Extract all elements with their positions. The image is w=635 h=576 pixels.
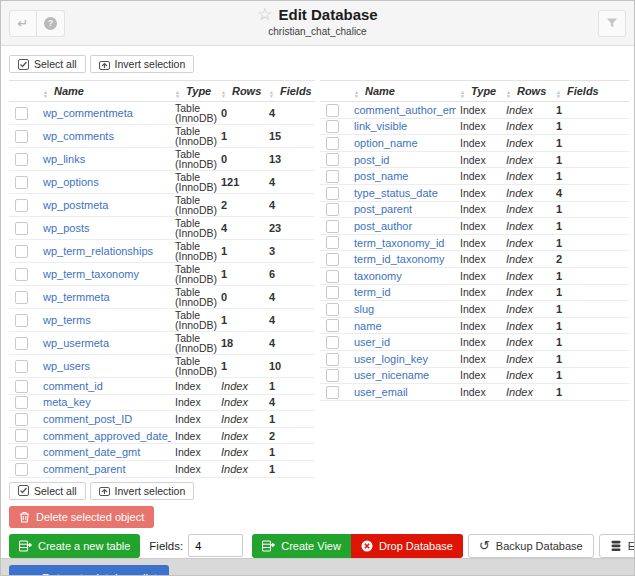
object-name-link[interactable]: term_id xyxy=(354,286,391,298)
row-checkbox[interactable] xyxy=(15,314,28,327)
object-name-link[interactable]: taxonomy xyxy=(354,270,402,282)
object-name-link[interactable]: option_name xyxy=(354,137,418,149)
row-checkbox[interactable] xyxy=(15,268,28,281)
row-checkbox[interactable] xyxy=(326,153,339,166)
row-checkbox[interactable] xyxy=(326,353,339,366)
object-name-link[interactable]: wp_commentmeta xyxy=(43,107,133,119)
object-name-link[interactable]: wp_posts xyxy=(43,222,89,234)
star-icon[interactable]: ☆ xyxy=(257,6,272,23)
object-fields: 4 xyxy=(265,102,315,125)
row-checkbox[interactable] xyxy=(15,396,28,409)
table-row: user_idIndexIndex1 xyxy=(320,334,629,351)
object-name-link[interactable]: comment_parent xyxy=(43,463,126,475)
row-checkbox[interactable] xyxy=(326,286,339,299)
object-name-link[interactable]: post_id xyxy=(354,154,389,166)
column-header-rows[interactable]: ▲▼Rows xyxy=(217,81,265,102)
drop-database-button[interactable]: Drop Database xyxy=(351,534,463,558)
column-header-type[interactable]: ▲▼Type xyxy=(456,81,502,102)
object-name-link[interactable]: comment_author_email xyxy=(354,104,456,116)
select-all-button-top[interactable]: Select all xyxy=(9,55,86,73)
row-checkbox[interactable] xyxy=(326,220,339,233)
object-name-link[interactable]: post_parent xyxy=(354,203,412,215)
row-checkbox[interactable] xyxy=(15,429,28,442)
object-name-link[interactable]: wp_links xyxy=(43,153,85,165)
object-rows: Index xyxy=(502,201,552,218)
row-checkbox[interactable] xyxy=(326,236,339,249)
row-checkbox[interactable] xyxy=(326,303,339,316)
create-view-button[interactable]: Create View xyxy=(252,534,351,558)
execute-sql-button[interactable]: Execute SQL xyxy=(599,534,635,558)
column-header-fields[interactable]: ▲▼Fields xyxy=(552,81,629,102)
object-name-link[interactable]: wp_term_relationships xyxy=(43,245,153,257)
object-name-link[interactable]: post_author xyxy=(354,220,412,232)
row-checkbox[interactable] xyxy=(15,130,28,143)
row-checkbox[interactable] xyxy=(326,187,339,200)
row-checkbox[interactable] xyxy=(15,107,28,120)
backup-database-button[interactable]: ↺ Backup Database xyxy=(468,534,594,558)
invert-selection-button-top[interactable]: Invert selection xyxy=(90,55,195,73)
row-checkbox[interactable] xyxy=(326,369,339,382)
delete-selected-button[interactable]: Delete selected object xyxy=(9,506,154,528)
filter-button[interactable] xyxy=(598,10,626,37)
row-checkbox[interactable] xyxy=(326,170,339,183)
row-checkbox[interactable] xyxy=(326,386,339,399)
object-name-link[interactable]: comment_date_gmt xyxy=(43,446,140,458)
create-table-button[interactable]: Create a new table xyxy=(9,534,140,558)
column-header-rows[interactable]: ▲▼Rows xyxy=(502,81,552,102)
row-checkbox[interactable] xyxy=(326,104,339,117)
object-name-link[interactable]: user_id xyxy=(354,336,390,348)
row-checkbox[interactable] xyxy=(15,463,28,476)
row-checkbox[interactable] xyxy=(326,319,339,332)
invert-selection-button-bottom[interactable]: Invert selection xyxy=(90,482,195,500)
object-name-link[interactable]: comment_post_ID xyxy=(43,413,132,425)
object-name-link[interactable]: user_nicename xyxy=(354,369,429,381)
row-checkbox[interactable] xyxy=(15,380,28,393)
row-checkbox[interactable] xyxy=(326,137,339,150)
row-checkbox[interactable] xyxy=(15,176,28,189)
row-checkbox[interactable] xyxy=(326,253,339,266)
object-name-link[interactable]: user_login_key xyxy=(354,353,428,365)
row-checkbox[interactable] xyxy=(15,245,28,258)
back-button[interactable]: ↵ xyxy=(9,10,37,37)
object-name-link[interactable]: name xyxy=(354,320,382,332)
object-name-link[interactable]: wp_terms xyxy=(43,314,91,326)
row-checkbox[interactable] xyxy=(326,120,339,133)
object-name-link[interactable]: comment_approved_date_gmt xyxy=(43,430,171,442)
object-name-link[interactable]: wp_term_taxonomy xyxy=(43,268,139,280)
fields-input[interactable] xyxy=(188,534,243,557)
row-checkbox[interactable] xyxy=(15,337,28,350)
object-name-link[interactable]: wp_options xyxy=(43,176,99,188)
column-header-name[interactable]: ▲▼Name xyxy=(39,81,171,102)
column-header-fields[interactable]: ▲▼Fields xyxy=(265,81,315,102)
row-checkbox[interactable] xyxy=(15,222,28,235)
object-name-link[interactable]: comment_id xyxy=(43,380,103,392)
row-checkbox[interactable] xyxy=(326,336,339,349)
row-checkbox[interactable] xyxy=(15,360,28,373)
row-checkbox[interactable] xyxy=(15,291,28,304)
object-name-link[interactable]: type_status_date xyxy=(354,187,438,199)
object-name-link[interactable]: term_id_taxonomy xyxy=(354,253,445,265)
object-name-link[interactable]: wp_usermeta xyxy=(43,337,109,349)
row-checkbox[interactable] xyxy=(326,270,339,283)
object-name-link[interactable]: link_visible xyxy=(354,120,407,132)
column-header-type[interactable]: ▲▼Type xyxy=(171,81,217,102)
object-name-link[interactable]: post_name xyxy=(354,170,408,182)
object-name-link[interactable]: meta_key xyxy=(43,396,91,408)
row-checkbox[interactable] xyxy=(15,413,28,426)
help-button[interactable]: ? xyxy=(37,10,65,37)
row-checkbox[interactable] xyxy=(15,153,28,166)
object-name-link[interactable]: wp_comments xyxy=(43,130,114,142)
row-checkbox[interactable] xyxy=(15,199,28,212)
object-name-link[interactable]: wp_users xyxy=(43,360,90,372)
object-name-link[interactable]: slug xyxy=(354,303,374,315)
object-name-link[interactable]: user_email xyxy=(354,386,408,398)
object-name-link[interactable]: wp_termmeta xyxy=(43,291,110,303)
select-all-button-bottom[interactable]: Select all xyxy=(9,482,86,500)
object-name-link[interactable]: wp_postmeta xyxy=(43,199,108,211)
row-checkbox[interactable] xyxy=(15,446,28,459)
row-checkbox[interactable] xyxy=(326,203,339,216)
object-name-link[interactable]: term_taxonomy_id xyxy=(354,237,445,249)
column-header-name[interactable]: ▲▼Name xyxy=(350,81,456,102)
return-to-database-list-button[interactable]: ← Return to database list xyxy=(9,565,169,576)
object-type: Index xyxy=(456,118,502,135)
